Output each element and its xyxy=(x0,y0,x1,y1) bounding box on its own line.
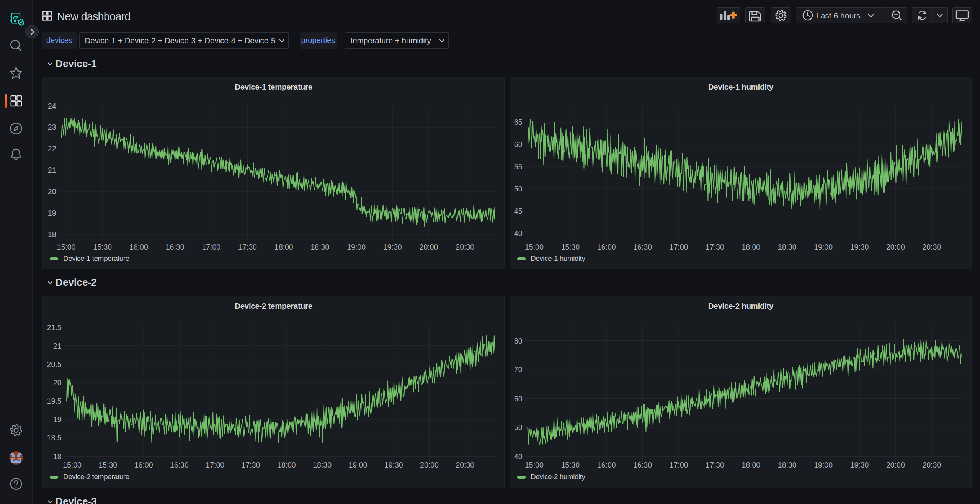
svg-text:16:30: 16:30 xyxy=(633,243,652,251)
svg-text:45: 45 xyxy=(514,207,523,215)
svg-text:18.5: 18.5 xyxy=(47,434,62,442)
svg-text:19: 19 xyxy=(53,415,62,424)
svg-text:20:00: 20:00 xyxy=(886,461,905,469)
svg-text:18: 18 xyxy=(48,230,56,239)
svg-text:17:00: 17:00 xyxy=(670,461,688,469)
svg-text:20: 20 xyxy=(53,378,62,387)
svg-text:55: 55 xyxy=(514,162,523,171)
svg-text:19:30: 19:30 xyxy=(383,243,402,251)
svg-text:16:00: 16:00 xyxy=(597,461,616,469)
svg-text:80: 80 xyxy=(514,337,523,345)
svg-text:20.5: 20.5 xyxy=(47,360,62,368)
svg-text:60: 60 xyxy=(514,394,523,403)
svg-text:40: 40 xyxy=(514,452,523,461)
svg-text:17:00: 17:00 xyxy=(206,461,224,469)
svg-text:18:30: 18:30 xyxy=(778,243,797,251)
svg-text:17:30: 17:30 xyxy=(706,461,724,469)
svg-text:15:30: 15:30 xyxy=(561,243,580,251)
svg-text:15:00: 15:00 xyxy=(525,243,544,251)
svg-text:18:00: 18:00 xyxy=(277,461,296,469)
svg-text:16:30: 16:30 xyxy=(170,461,189,469)
svg-text:19:00: 19:00 xyxy=(348,461,367,469)
svg-text:20:30: 20:30 xyxy=(456,243,474,251)
svg-text:17:30: 17:30 xyxy=(706,243,724,251)
svg-text:15:30: 15:30 xyxy=(98,461,117,469)
svg-text:20:00: 20:00 xyxy=(420,243,438,251)
svg-text:19:00: 19:00 xyxy=(814,243,833,251)
svg-text:Last 6 hours: Last 6 hours xyxy=(816,11,861,20)
svg-text:70: 70 xyxy=(514,365,523,374)
svg-text:60: 60 xyxy=(514,140,523,149)
svg-text:20:30: 20:30 xyxy=(922,243,941,251)
svg-text:15:30: 15:30 xyxy=(93,243,112,251)
svg-text:18:30: 18:30 xyxy=(310,243,329,251)
svg-text:16:30: 16:30 xyxy=(633,461,652,469)
svg-text:17:30: 17:30 xyxy=(238,243,257,251)
svg-text:65: 65 xyxy=(514,118,523,126)
svg-text:19:30: 19:30 xyxy=(850,243,869,251)
svg-text:19:30: 19:30 xyxy=(384,461,403,469)
svg-text:50: 50 xyxy=(514,423,523,432)
svg-text:21: 21 xyxy=(53,342,62,350)
svg-text:18:00: 18:00 xyxy=(742,461,760,469)
svg-text:19: 19 xyxy=(48,209,56,217)
svg-text:40: 40 xyxy=(514,229,523,237)
svg-text:15:30: 15:30 xyxy=(561,461,580,469)
svg-text:20:30: 20:30 xyxy=(922,461,941,469)
svg-text:16:00: 16:00 xyxy=(129,243,148,251)
svg-text:17:00: 17:00 xyxy=(202,243,220,251)
svg-text:22: 22 xyxy=(48,144,56,153)
svg-text:16:00: 16:00 xyxy=(597,243,616,251)
svg-text:18:00: 18:00 xyxy=(742,243,760,251)
svg-text:24: 24 xyxy=(48,102,56,110)
svg-text:16:30: 16:30 xyxy=(166,243,185,251)
svg-text:15:00: 15:00 xyxy=(57,243,76,251)
svg-text:50: 50 xyxy=(514,185,523,193)
svg-text:19:00: 19:00 xyxy=(814,461,833,469)
svg-text:21: 21 xyxy=(48,166,56,174)
svg-text:20:00: 20:00 xyxy=(886,243,905,251)
svg-text:18:00: 18:00 xyxy=(274,243,293,251)
svg-text:19:30: 19:30 xyxy=(850,461,869,469)
svg-text:17:30: 17:30 xyxy=(242,461,260,469)
svg-text:19.5: 19.5 xyxy=(47,397,62,405)
svg-text:15:00: 15:00 xyxy=(63,461,82,469)
svg-text:20: 20 xyxy=(48,187,56,196)
svg-text:19:00: 19:00 xyxy=(347,243,366,251)
svg-text:18: 18 xyxy=(53,452,62,461)
svg-text:16:00: 16:00 xyxy=(134,461,153,469)
svg-text:18:30: 18:30 xyxy=(313,461,332,469)
svg-text:20:00: 20:00 xyxy=(420,461,439,469)
svg-text:18:30: 18:30 xyxy=(778,461,797,469)
svg-text:17:00: 17:00 xyxy=(670,243,688,251)
svg-text:15:00: 15:00 xyxy=(525,461,544,469)
svg-text:21.5: 21.5 xyxy=(47,323,62,332)
svg-text:20:30: 20:30 xyxy=(456,461,474,469)
svg-text:23: 23 xyxy=(48,123,56,131)
